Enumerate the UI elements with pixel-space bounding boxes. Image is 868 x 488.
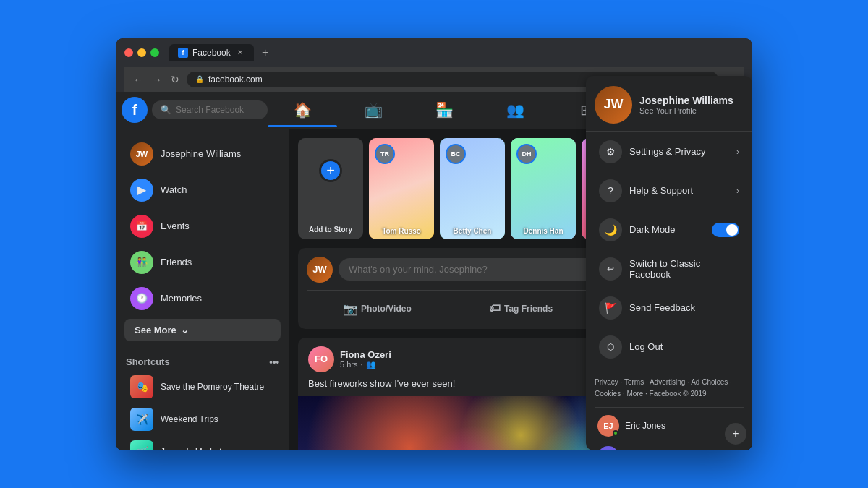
tag-friends-button[interactable]: 🏷 Tag Friends: [451, 298, 592, 320]
dark-mode-icon: 🌙: [599, 218, 622, 241]
close-dot[interactable]: [124, 48, 133, 57]
settings-privacy-label: Settings & Privacy: [629, 146, 729, 157]
tab-favicon: f: [178, 48, 188, 58]
tag-label: Tag Friends: [504, 304, 553, 314]
panel-user-header[interactable]: JW Josephine Williams See Your Profile: [586, 129, 752, 132]
search-input[interactable]: [176, 105, 263, 115]
logout-item[interactable]: ⬡ Log Out: [590, 328, 748, 366]
sidebar-profile-label: Josephine Williams: [161, 148, 241, 159]
shortcut-thumb-jasper: 🛒: [130, 440, 153, 450]
settings-arrow-icon: ›: [736, 147, 739, 157]
feedback-label: Send Feedback: [629, 302, 739, 313]
contact-cynthia-avatar: CL: [597, 446, 619, 450]
contact-eric-name: Eric Jones: [625, 421, 665, 431]
contacts-add-button[interactable]: +: [725, 423, 746, 445]
tab-close-icon[interactable]: ✕: [235, 48, 245, 58]
story-tom-name: Tom Russo: [372, 227, 431, 235]
shortcuts-more-icon[interactable]: •••: [269, 356, 279, 367]
contacts-divider: [595, 407, 744, 408]
memories-icon: 🕐: [130, 287, 153, 310]
shortcut-pomeroy-label: Save the Pomeroy Theatre: [161, 382, 264, 392]
photo-icon: 📷: [343, 302, 357, 316]
shortcut-jasper-label: Jasper's Market: [161, 447, 221, 450]
back-button[interactable]: ←: [132, 72, 145, 87]
account-dropdown-panel: JW Josephine Williams See Your Profile ⚙…: [586, 129, 752, 450]
post-time: 5 hrs: [340, 360, 357, 369]
events-icon: 📅: [130, 215, 153, 238]
browser-tab[interactable]: f Facebook ✕: [169, 44, 254, 61]
left-sidebar: JW Josephine Williams ▶ Watch 📅 Events 👫…: [116, 129, 289, 450]
post-author-avatar: FO: [308, 346, 334, 372]
dark-mode-toggle[interactable]: [712, 223, 739, 237]
feedback-icon: 🚩: [599, 296, 622, 320]
minimize-dot[interactable]: [137, 48, 146, 57]
sidebar-item-watch[interactable]: ▶ Watch: [120, 173, 285, 207]
contact-eric-avatar: EJ: [597, 415, 619, 437]
content-area: JW Josephine Williams ▶ Watch 📅 Events 👫…: [116, 129, 752, 450]
tab-watch[interactable]: 📺: [339, 93, 408, 127]
dark-mode-label: Dark Mode: [629, 224, 705, 235]
shortcut-jasper[interactable]: 🛒 Jasper's Market: [120, 436, 285, 450]
contact-cynthia[interactable]: CL Cynthia Lopez: [589, 442, 749, 450]
feedback-item[interactable]: 🚩 Send Feedback: [590, 289, 748, 327]
shortcut-thumb-weekend: ✈️: [130, 408, 153, 431]
sidebar-item-memories[interactable]: 🕐 Memories: [120, 281, 285, 316]
search-icon: 🔍: [161, 105, 171, 115]
shortcut-thumb-pomeroy: 🎭: [130, 375, 153, 398]
dot-separator: ·: [360, 360, 362, 369]
settings-privacy-item[interactable]: ⚙ Settings & Privacy ›: [590, 133, 748, 171]
sidebar-friends-label: Friends: [161, 257, 192, 267]
sidebar-profile-avatar: JW: [130, 142, 153, 166]
lock-icon: 🔒: [195, 75, 204, 83]
forward-button[interactable]: →: [150, 72, 163, 87]
sidebar-watch-label: Watch: [161, 184, 187, 195]
tab-marketplace[interactable]: 🏪: [409, 93, 479, 127]
photo-video-button[interactable]: 📷 Photo/Video: [307, 298, 448, 320]
shortcuts-header: Shortcuts •••: [116, 351, 289, 370]
maximize-dot[interactable]: [150, 48, 159, 57]
logout-icon: ⬡: [599, 335, 622, 359]
story-betty-name: Betty Chen: [443, 227, 502, 235]
story-tom[interactable]: TR Tom Russo: [369, 138, 434, 239]
refresh-button[interactable]: ↻: [169, 72, 181, 87]
help-arrow-icon: ›: [736, 186, 739, 196]
classic-facebook-item[interactable]: ↩ Switch to Classic Facebook: [590, 250, 748, 288]
classic-label: Switch to Classic Facebook: [629, 258, 739, 280]
help-support-label: Help & Support: [629, 185, 729, 196]
footer-text: Privacy · Terms · Advertising · Ad Choic…: [595, 378, 732, 398]
sidebar-item-profile[interactable]: JW Josephine Williams: [120, 137, 285, 171]
sidebar-item-friends[interactable]: 👫 Friends: [120, 245, 285, 280]
photo-label: Photo/Video: [361, 304, 412, 314]
help-icon: ?: [599, 179, 622, 202]
story-betty-avatar: BC: [446, 144, 466, 164]
shortcut-weekend[interactable]: ✈️ Weekend Trips: [120, 403, 285, 435]
panel-footer: Privacy · Terms · Advertising · Ad Choic…: [586, 372, 752, 404]
search-bar[interactable]: 🔍: [152, 100, 268, 119]
sidebar-item-events[interactable]: 📅 Events: [120, 209, 285, 244]
dark-mode-item[interactable]: 🌙 Dark Mode: [590, 211, 748, 249]
add-story-card[interactable]: + Add to Story: [298, 138, 363, 239]
story-betty[interactable]: BC Betty Chen: [440, 138, 505, 239]
story-dennis-name: Dennis Han: [514, 227, 573, 235]
sidebar-memories-label: Memories: [161, 293, 202, 304]
story-tom-avatar: TR: [375, 144, 395, 164]
create-post-avatar: JW: [307, 257, 333, 283]
chevron-down-icon: ⌄: [181, 325, 189, 335]
see-more-button[interactable]: See More ⌄: [124, 319, 281, 341]
tab-groups[interactable]: 👥: [480, 93, 550, 127]
help-support-item[interactable]: ? Help & Support ›: [590, 172, 748, 210]
new-tab-button[interactable]: +: [257, 44, 274, 61]
toggle-knob: [726, 224, 738, 236]
nav-tabs: 🏠 📺 🏪 👥 ⊞: [268, 93, 621, 127]
tab-home[interactable]: 🏠: [268, 93, 337, 127]
friends-icon: 👫: [130, 251, 153, 274]
classic-icon: ↩: [599, 257, 622, 281]
story-dennis[interactable]: DH Dennis Han: [511, 138, 576, 239]
facebook-logo: f: [122, 97, 148, 123]
shortcut-pomeroy[interactable]: 🎭 Save the Pomeroy Theatre: [120, 371, 285, 403]
panel-divider: [595, 369, 744, 369]
url-text: facebook.com: [208, 74, 263, 85]
post-visibility-icon: 👥: [366, 360, 376, 369]
sidebar-events-label: Events: [161, 221, 190, 231]
story-dennis-avatar: DH: [516, 144, 537, 164]
